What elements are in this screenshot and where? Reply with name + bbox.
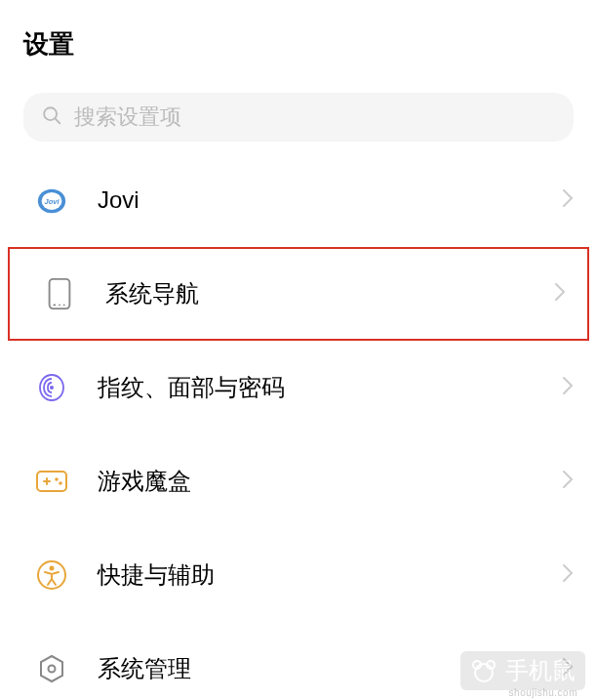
chevron-right-icon bbox=[562, 376, 574, 399]
svg-marker-18 bbox=[41, 656, 62, 681]
settings-list: Jovi Jovi 系统导航 bbox=[0, 153, 597, 700]
chevron-right-icon bbox=[562, 470, 574, 493]
phone-icon bbox=[43, 277, 76, 310]
jovi-icon: Jovi bbox=[35, 184, 68, 217]
chevron-right-icon bbox=[554, 282, 566, 306]
fingerprint-icon bbox=[35, 371, 68, 404]
watermark-sub: shoujishu.com bbox=[509, 687, 577, 698]
svg-point-10 bbox=[50, 386, 54, 390]
svg-text:Jovi: Jovi bbox=[44, 197, 60, 206]
page-title: 设置 bbox=[0, 0, 597, 79]
item-label: 指纹、面部与密码 bbox=[98, 372, 562, 403]
list-item-shortcuts-accessibility[interactable]: 快捷与辅助 bbox=[0, 528, 597, 622]
svg-line-1 bbox=[56, 119, 60, 124]
watermark: 手机鼠 bbox=[460, 651, 585, 690]
search-input[interactable] bbox=[74, 104, 556, 130]
gamebox-icon bbox=[35, 465, 68, 498]
svg-point-15 bbox=[59, 481, 62, 485]
list-item-jovi[interactable]: Jovi Jovi bbox=[0, 153, 597, 247]
search-bar[interactable] bbox=[23, 93, 574, 142]
svg-point-9 bbox=[63, 304, 65, 306]
svg-point-7 bbox=[54, 304, 56, 306]
list-item-game-box[interactable]: 游戏魔盒 bbox=[0, 434, 597, 528]
list-item-system-navigation[interactable]: 系统导航 bbox=[8, 247, 589, 341]
chevron-right-icon bbox=[562, 188, 574, 212]
item-label: 游戏魔盒 bbox=[98, 466, 562, 497]
svg-point-19 bbox=[49, 666, 56, 673]
item-label: 快捷与辅助 bbox=[98, 559, 562, 591]
search-icon bbox=[41, 104, 62, 130]
accessibility-icon bbox=[35, 558, 68, 592]
svg-point-20 bbox=[475, 664, 493, 681]
svg-point-8 bbox=[59, 304, 60, 306]
svg-point-17 bbox=[50, 566, 55, 571]
svg-point-14 bbox=[55, 477, 59, 481]
chevron-right-icon bbox=[562, 563, 574, 587]
system-icon bbox=[35, 652, 68, 685]
item-label: 系统导航 bbox=[105, 278, 554, 309]
list-item-fingerprint-face-password[interactable]: 指纹、面部与密码 bbox=[0, 341, 597, 434]
watermark-text: 手机鼠 bbox=[505, 655, 576, 686]
item-label: Jovi bbox=[98, 186, 562, 214]
mouse-icon bbox=[470, 659, 498, 682]
svg-rect-11 bbox=[37, 472, 66, 491]
